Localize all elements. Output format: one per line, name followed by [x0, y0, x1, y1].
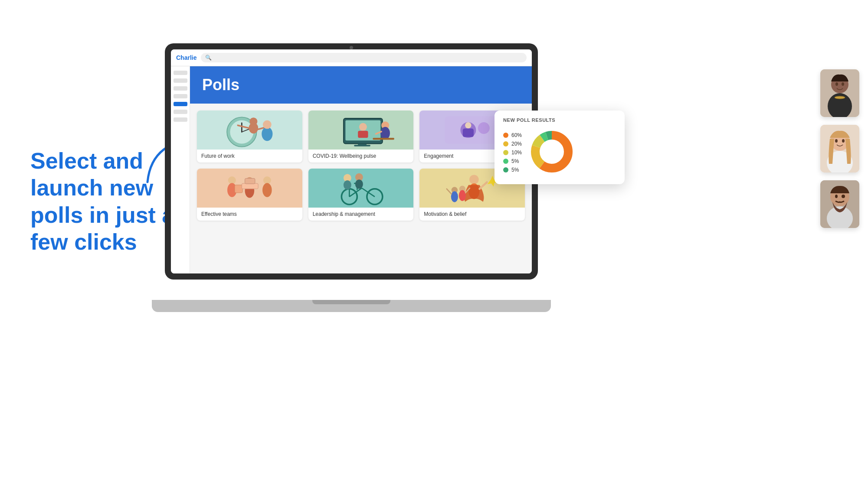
search-icon: 🔍 [205, 55, 212, 61]
poll-results-popup: NEW POLL RESULTS 60% 20% 10% 5% [495, 111, 625, 184]
svg-rect-14 [358, 131, 368, 138]
laptop-notch [350, 46, 353, 49]
popup-content: 60% 20% 10% 5% 5% [503, 128, 616, 177]
svg-point-80 [842, 195, 845, 198]
card-image-leadership [308, 169, 414, 208]
svg-line-55 [447, 189, 452, 194]
legend-dot-5 [503, 167, 508, 172]
legend-dot-4 [503, 159, 508, 164]
svg-point-54 [451, 191, 458, 202]
profile-person-3 [820, 180, 859, 228]
svg-point-32 [262, 183, 272, 197]
sidebar-item-6[interactable] [174, 110, 187, 114]
poll-card-covid[interactable]: COVID-19: Wellbeing pulse [308, 111, 414, 163]
poll-card-effective-teams[interactable]: Effective teams [197, 169, 302, 221]
legend-value-1: 60% [511, 132, 522, 138]
card-image-effective-teams [197, 169, 302, 208]
svg-point-79 [835, 195, 838, 198]
card-label-motivation: Motivation & belief [419, 208, 525, 221]
poll-card-leadership[interactable]: Leadership & management [308, 169, 414, 221]
svg-point-75 [842, 139, 845, 143]
sidebar [171, 66, 190, 273]
card-image-covid [308, 111, 414, 150]
svg-rect-28 [235, 185, 242, 193]
legend-item-5: 5% [503, 167, 522, 173]
svg-point-46 [343, 180, 351, 190]
svg-point-74 [835, 139, 838, 143]
legend-value-2: 20% [511, 141, 522, 147]
svg-line-51 [480, 182, 487, 189]
laptop-wrapper: Charlie 🔍 [165, 43, 555, 312]
screen-body: Polls [171, 66, 532, 273]
profile-pic-3 [820, 180, 859, 228]
card-label-covid: COVID-19: Wellbeing pulse [308, 150, 414, 163]
legend-dot-3 [503, 150, 508, 155]
sidebar-item-5-active[interactable] [174, 102, 187, 106]
card-label-future-of-work: Future of work [197, 150, 302, 163]
svg-point-69 [842, 82, 844, 86]
polls-header: Polls [190, 66, 532, 104]
legend-item-4: 5% [503, 158, 522, 164]
sidebar-item-2[interactable] [174, 78, 187, 83]
card-image-future-of-work [197, 111, 302, 150]
card-label-effective-teams: Effective teams [197, 208, 302, 221]
svg-point-48 [355, 179, 363, 189]
svg-point-18 [380, 127, 390, 140]
svg-point-10 [263, 120, 272, 129]
legend-item-3: 10% [503, 150, 522, 156]
sidebar-item-1[interactable] [174, 71, 187, 75]
svg-point-9 [262, 127, 272, 141]
svg-rect-25 [463, 128, 474, 137]
laptop-body: Charlie 🔍 [165, 43, 538, 280]
legend-item-2: 20% [503, 141, 522, 147]
polls-title: Polls [202, 76, 520, 94]
svg-point-23 [478, 122, 490, 134]
sidebar-item-3[interactable] [174, 86, 187, 91]
main-content: Polls [190, 66, 532, 273]
sidebar-item-7[interactable] [174, 117, 187, 122]
legend: 60% 20% 10% 5% 5% [503, 132, 522, 173]
legend-value-3: 10% [511, 150, 522, 156]
laptop-base [152, 300, 551, 312]
legend-dot-1 [503, 133, 508, 138]
search-bar[interactable]: 🔍 [201, 53, 527, 62]
svg-point-70 [835, 96, 845, 99]
svg-point-64 [540, 140, 563, 163]
sidebar-item-4[interactable] [174, 94, 187, 98]
svg-rect-20 [373, 138, 394, 140]
svg-point-24 [465, 122, 471, 128]
profile-pic-1 [820, 69, 859, 117]
svg-rect-16 [354, 145, 370, 146]
legend-dot-2 [503, 141, 508, 146]
profile-person-2 [820, 125, 859, 172]
svg-point-31 [263, 176, 271, 184]
profile-person-1 [820, 69, 859, 117]
legend-value-4: 5% [511, 158, 519, 164]
profile-pic-2 [820, 125, 859, 172]
laptop-screen: Charlie 🔍 [171, 49, 532, 273]
svg-rect-33 [242, 183, 258, 189]
svg-point-57 [459, 190, 466, 201]
poll-card-future-of-work[interactable]: Future of work [197, 111, 302, 163]
svg-point-49 [469, 175, 479, 184]
profile-column [820, 69, 859, 228]
app-name: Charlie [176, 54, 197, 61]
svg-point-26 [228, 176, 236, 184]
cards-grid: Future of work [190, 111, 532, 228]
popup-title: NEW POLL RESULTS [503, 117, 616, 123]
card-label-leadership: Leadership & management [308, 208, 414, 221]
legend-value-5: 5% [511, 167, 519, 173]
svg-point-6 [249, 117, 257, 125]
legend-item-1: 60% [503, 132, 522, 138]
svg-point-13 [359, 123, 367, 131]
svg-rect-34 [245, 179, 255, 184]
svg-point-68 [835, 82, 838, 86]
screen-topbar: Charlie 🔍 [171, 49, 532, 66]
donut-chart [528, 128, 576, 177]
